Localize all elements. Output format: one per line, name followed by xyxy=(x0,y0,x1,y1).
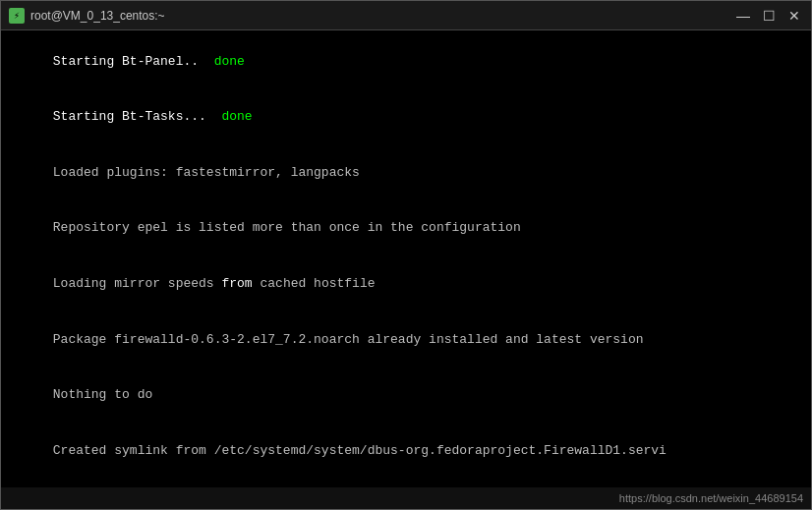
line-3: Loaded plugins: fastestmirror, langpacks xyxy=(7,145,805,201)
line-8: Created symlink from /etc/systemd/system… xyxy=(7,424,805,480)
window-controls: — ☐ ✕ xyxy=(734,7,803,25)
line-4: Repository epel is listed more than once… xyxy=(7,201,805,257)
statusbar-url: https://blog.csdn.net/weixin_44689154 xyxy=(619,492,803,504)
text-loaded-plugins: Loaded plugins: fastestmirror, langpacks xyxy=(53,165,360,180)
text-loading-mirror: Loading mirror speeds from cached hostfi… xyxy=(53,276,376,291)
text-repo-epel: Repository epel is listed more than once… xyxy=(53,220,521,235)
terminal-output[interactable]: Starting Bt-Panel.. done Starting Bt-Tas… xyxy=(1,30,811,487)
close-button[interactable]: ✕ xyxy=(785,7,803,25)
titlebar-left: ⚡ root@VM_0_13_centos:~ xyxy=(9,8,165,24)
text-nothing-to-do: Nothing to do xyxy=(53,387,152,402)
line-6: Package firewalld-0.6.3-2.el7_7.2.noarch… xyxy=(7,312,805,368)
terminal-window: ⚡ root@VM_0_13_centos:~ — ☐ ✕ Starting B… xyxy=(0,0,812,510)
line-1: Starting Bt-Panel.. done xyxy=(7,34,805,90)
titlebar: ⚡ root@VM_0_13_centos:~ — ☐ ✕ xyxy=(1,1,811,30)
maximize-button[interactable]: ☐ xyxy=(760,7,778,25)
window-title: root@VM_0_13_centos:~ xyxy=(30,9,165,23)
line-2: Starting Bt-Tasks... done xyxy=(7,90,805,146)
minimize-button[interactable]: — xyxy=(734,7,752,25)
line-5: Loading mirror speeds from cached hostfi… xyxy=(7,256,805,312)
text-done-2: done xyxy=(221,109,252,124)
text-starting-bt-tasks: Starting Bt-Tasks... xyxy=(53,109,222,124)
line-7: Nothing to do xyxy=(7,368,805,424)
terminal-icon: ⚡ xyxy=(9,8,25,24)
statusbar: https://blog.csdn.net/weixin_44689154 xyxy=(1,487,811,509)
line-9: ce to /usr/lib/systemd/system/firewalld.… xyxy=(7,479,805,487)
text-package-firewalld: Package firewalld-0.6.3-2.el7_7.2.noarch… xyxy=(53,332,644,347)
text-starting-bt-panel: Starting Bt-Panel.. xyxy=(53,54,214,69)
text-symlink-1: Created symlink from /etc/systemd/system… xyxy=(53,443,667,458)
text-done-1: done xyxy=(214,54,245,69)
